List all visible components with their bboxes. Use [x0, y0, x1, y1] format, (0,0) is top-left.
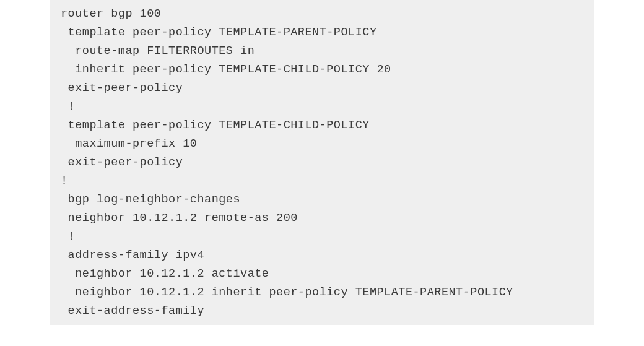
- code-line: router bgp 100: [61, 5, 583, 24]
- code-line: neighbor 10.12.1.2 remote-as 200: [61, 209, 583, 228]
- code-line: inherit peer-policy TEMPLATE-CHILD-POLIC…: [61, 61, 583, 79]
- code-line: template peer-policy TEMPLATE-CHILD-POLI…: [61, 116, 583, 135]
- config-code-block: router bgp 100 template peer-policy TEMP…: [50, 0, 594, 325]
- code-line: !: [61, 228, 583, 246]
- code-line: template peer-policy TEMPLATE-PARENT-POL…: [61, 24, 583, 42]
- code-line: exit-address-family: [61, 302, 583, 321]
- code-line: exit-peer-policy: [61, 79, 583, 98]
- code-line: bgp log-neighbor-changes: [61, 191, 583, 209]
- code-line: !: [61, 172, 583, 191]
- code-line: maximum-prefix 10: [61, 135, 583, 154]
- code-line: address-family ipv4: [61, 246, 583, 265]
- code-line: route-map FILTERROUTES in: [61, 42, 583, 61]
- code-line: neighbor 10.12.1.2 inherit peer-policy T…: [61, 283, 583, 302]
- code-line: !: [61, 98, 583, 116]
- code-line: exit-peer-policy: [61, 154, 583, 172]
- code-line: neighbor 10.12.1.2 activate: [61, 265, 583, 283]
